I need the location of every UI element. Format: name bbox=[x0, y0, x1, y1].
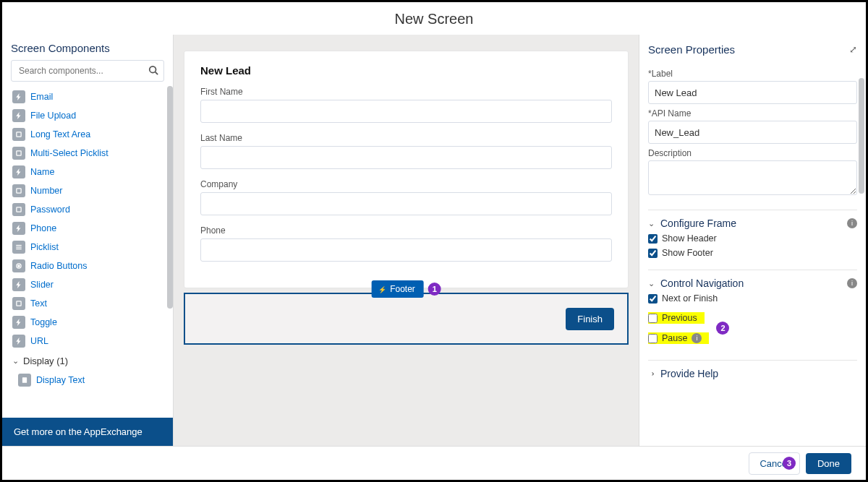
label-input[interactable] bbox=[648, 81, 857, 104]
section-control-navigation: ⌄ Control Navigation i Next or Finish Pr… bbox=[648, 270, 857, 348]
card-title: New Lead bbox=[200, 61, 612, 87]
section-title: Configure Frame bbox=[660, 218, 736, 229]
right-panel-title: Screen Properties bbox=[648, 43, 735, 56]
svg-rect-4 bbox=[17, 189, 21, 193]
component-item[interactable]: File Upload bbox=[12, 106, 173, 125]
checkbox-next-finish[interactable]: Next or Finish bbox=[648, 293, 857, 304]
left-panel-title: Screen Components bbox=[2, 35, 173, 60]
doc-icon bbox=[18, 374, 31, 387]
group-label: Display (1) bbox=[23, 356, 68, 366]
box-icon bbox=[12, 297, 25, 310]
section-header[interactable]: ⌄ Provide Help bbox=[648, 368, 857, 379]
component-label: Long Text Area bbox=[30, 129, 90, 139]
svg-rect-11 bbox=[17, 301, 21, 306]
svg-rect-12 bbox=[22, 377, 27, 383]
field-label: Phone bbox=[200, 225, 612, 236]
checkbox-pause[interactable]: Pause i bbox=[648, 332, 709, 344]
search-input[interactable] bbox=[11, 60, 164, 82]
checkbox-input[interactable] bbox=[648, 249, 658, 258]
bolt-icon bbox=[12, 222, 25, 235]
field-input[interactable] bbox=[200, 192, 612, 215]
svg-line-1 bbox=[156, 72, 158, 75]
component-item[interactable]: URL bbox=[12, 332, 173, 350]
svg-rect-5 bbox=[17, 207, 21, 212]
footer-tag-label: Footer bbox=[390, 284, 415, 294]
field-input[interactable] bbox=[200, 100, 612, 123]
component-item[interactable]: Display Text bbox=[12, 371, 173, 390]
api-name-input[interactable] bbox=[648, 121, 857, 144]
expand-icon[interactable]: ⤢ bbox=[849, 44, 857, 55]
layout: Screen Components EmailFile UploadLong T… bbox=[2, 35, 866, 446]
component-label: Phone bbox=[30, 223, 56, 233]
bolt-icon bbox=[12, 278, 25, 291]
scrollbar[interactable] bbox=[859, 78, 864, 194]
box-icon bbox=[12, 128, 25, 141]
component-item[interactable]: Password bbox=[12, 200, 173, 219]
checkbox-input[interactable] bbox=[648, 334, 658, 343]
component-label: URL bbox=[30, 336, 48, 346]
checkbox-input[interactable] bbox=[648, 314, 658, 323]
component-item[interactable]: Name bbox=[12, 163, 173, 181]
description-input[interactable] bbox=[648, 160, 857, 195]
label-field-label: *Label bbox=[648, 69, 857, 79]
finish-button[interactable]: Finish bbox=[566, 308, 614, 330]
bottom-bar: Cancel 3 Done bbox=[2, 446, 866, 481]
field-label: First Name bbox=[200, 87, 612, 97]
svg-point-10 bbox=[18, 265, 20, 267]
info-icon[interactable]: i bbox=[692, 333, 702, 343]
checkbox-input[interactable] bbox=[648, 294, 658, 304]
section-title: Control Navigation bbox=[660, 277, 744, 289]
field-label: Last Name bbox=[200, 133, 612, 143]
search-icon bbox=[148, 65, 158, 75]
component-item[interactable]: Radio Buttons bbox=[12, 257, 173, 275]
checkbox-show-header[interactable]: Show Header bbox=[648, 233, 857, 244]
bolt-icon bbox=[12, 316, 25, 329]
section-header[interactable]: ⌄ Configure Frame i bbox=[648, 218, 857, 229]
radio-icon bbox=[12, 259, 25, 272]
chevron-down-icon: ⌄ bbox=[648, 219, 655, 228]
callout-2: 2 bbox=[716, 322, 729, 335]
field-input[interactable] bbox=[200, 238, 612, 262]
component-item[interactable]: Toggle bbox=[12, 313, 173, 332]
scrollbar[interactable] bbox=[167, 86, 173, 309]
group-display[interactable]: ⌄ Display (1) bbox=[12, 350, 173, 371]
info-icon[interactable]: i bbox=[847, 218, 857, 228]
list-icon bbox=[12, 241, 25, 254]
canvas: New Lead First NameLast NameCompanyPhone… bbox=[174, 35, 639, 446]
search-wrap bbox=[11, 60, 164, 82]
footer-box[interactable]: Finish bbox=[184, 293, 629, 345]
chevron-down-icon: ⌄ bbox=[648, 279, 655, 288]
component-item[interactable]: Number bbox=[12, 181, 173, 200]
svg-rect-8 bbox=[16, 249, 22, 249]
checkbox-input[interactable] bbox=[648, 234, 658, 244]
modal-title: New Screen bbox=[2, 2, 866, 35]
right-panel-header: Screen Properties ⤢ bbox=[639, 35, 866, 61]
component-label: Toggle bbox=[30, 317, 57, 327]
component-item[interactable]: Picklist bbox=[12, 238, 173, 257]
component-label: Picklist bbox=[30, 242, 59, 252]
callout-3: 3 bbox=[783, 457, 796, 470]
component-item[interactable]: Slider bbox=[12, 275, 173, 294]
field-input[interactable] bbox=[200, 146, 612, 169]
checkbox-label: Next or Finish bbox=[662, 293, 718, 304]
appexchange-link[interactable]: Get more on the AppExchange bbox=[2, 418, 173, 446]
info-icon[interactable]: i bbox=[847, 278, 857, 288]
bolt-icon bbox=[378, 284, 386, 294]
component-item[interactable]: Text bbox=[12, 294, 173, 313]
component-label: File Upload bbox=[30, 111, 76, 121]
svg-point-0 bbox=[150, 66, 156, 73]
component-item[interactable]: Long Text Area bbox=[12, 125, 173, 144]
checkbox-previous[interactable]: Previous bbox=[648, 312, 705, 324]
left-panel: Screen Components EmailFile UploadLong T… bbox=[2, 35, 174, 446]
component-label: Multi-Select Picklist bbox=[30, 148, 109, 158]
section-provide-help: ⌄ Provide Help bbox=[648, 360, 857, 379]
component-item[interactable]: Phone bbox=[12, 219, 173, 238]
component-item[interactable]: Email bbox=[12, 87, 173, 106]
done-button[interactable]: Done bbox=[806, 453, 851, 474]
component-label: Name bbox=[30, 167, 54, 177]
checkbox-show-footer[interactable]: Show Footer bbox=[648, 248, 857, 258]
footer-pill[interactable]: Footer bbox=[371, 280, 424, 298]
component-item[interactable]: Multi-Select Picklist bbox=[12, 144, 173, 163]
component-label: Slider bbox=[30, 280, 54, 290]
section-header[interactable]: ⌄ Control Navigation i bbox=[648, 277, 857, 289]
